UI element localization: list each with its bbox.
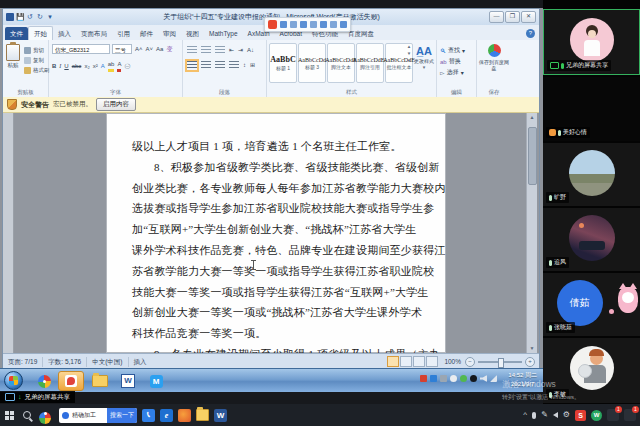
align-left-icon[interactable] [187,61,197,70]
taskbar-word-icon[interactable]: W [116,371,140,391]
tab-review[interactable]: 审阅 [158,27,181,40]
meeting-logo-icon[interactable] [268,20,277,29]
document-page[interactable]: 级以上人才项目 1 项，培育遴选 1 个名班主任工作室。 8、积极参加省级教学类… [106,113,446,353]
taskbar-firefox-icon[interactable] [178,409,191,422]
document-area[interactable]: 级以上人才项目 1 项，培育遴选 1 个名班主任工作室。 8、积极参加省级教学类… [3,113,539,353]
participant-tile[interactable]: 兄弟的屏幕共享 [543,9,640,75]
copy-button[interactable]: 复制 [24,55,50,65]
font-size-box[interactable]: 三号 [112,44,132,54]
underline-button[interactable]: U [64,61,68,71]
search-box-text[interactable]: 精确加工 [72,411,107,420]
change-styles-button[interactable]: A̲A 更改样式 ▾ [413,44,435,70]
tray-volume-icon[interactable] [480,375,487,382]
shrink-font-icon[interactable]: A˅ [146,44,154,54]
line-spacing-icon[interactable]: ↕ [243,60,246,70]
tab-home[interactable]: 开始 [28,26,53,40]
tab-insert[interactable]: 插入 [53,27,76,40]
docs-icon[interactable] [320,21,327,28]
status-language[interactable]: 中文(中国) [87,357,128,367]
tray-app-icon[interactable] [440,375,447,382]
tray-notification-icon[interactable]: 1 [607,409,619,421]
style-heading1[interactable]: AaBbC 标题 1 [269,43,297,83]
paste-button[interactable]: 粘贴 [6,44,20,69]
font-name-box[interactable]: 仿宋_GB2312 [52,44,110,54]
tray-pen-icon[interactable]: ✎ [541,410,548,420]
start-button-icon[interactable] [5,411,14,420]
tray-volume-icon[interactable] [553,412,558,418]
zoom-level[interactable]: 100% [444,358,461,365]
phonetic-guide-icon[interactable]: 变 [166,44,172,54]
participant-tile[interactable]: 美好心情 [543,77,640,141]
zoom-out-icon[interactable]: − [465,357,475,367]
replace-button[interactable]: ab替换 [440,56,465,67]
taskbar-word-icon[interactable]: W [214,409,227,422]
scroll-down-icon[interactable]: ▼ [527,344,537,353]
styles-scroll-icons[interactable]: ▲▼▾ [406,43,412,64]
print-layout-view-icon[interactable] [387,356,399,367]
chat-icon[interactable] [290,21,297,28]
participant-tile[interactable]: 追风 [543,208,640,271]
redo-icon[interactable]: ↻ [36,13,44,21]
borders-icon[interactable]: ⊞ [250,60,255,70]
settings-icon[interactable] [330,21,337,28]
status-page[interactable]: 页面: 7/19 [3,357,43,367]
shared-clock[interactable]: 14:52 周二 2021/9/7 [508,371,537,389]
italic-button[interactable]: I [59,61,61,71]
tray-wps-icon[interactable]: W [591,410,602,421]
taskbar-phone-app-icon[interactable]: 📞︎ [142,409,155,422]
tab-mathtype[interactable]: MathType [204,27,243,40]
decrease-indent-icon[interactable]: ⇤ [229,45,234,55]
taskbar-active-app-icon[interactable] [58,371,84,391]
bold-button[interactable]: B [52,61,56,71]
sort-icon[interactable]: A↓ [247,45,254,55]
record-icon[interactable] [310,21,317,28]
highlight-color-icon[interactable]: ab [108,59,115,72]
find-button[interactable]: 🔍︎查找▾ [440,45,465,56]
justify-icon[interactable] [229,61,239,70]
participant-tile[interactable]: 倩茹 张晓茹 [543,273,640,336]
tab-view[interactable]: 视图 [181,27,204,40]
tray-qq-icon[interactable] [470,375,477,382]
format-painter-button[interactable]: 格式刷 [24,65,50,75]
minimize-button[interactable]: — [489,11,504,23]
tray-app-icon[interactable] [460,375,467,382]
align-center-icon[interactable] [201,61,211,70]
enable-content-button[interactable]: 启用内容 [96,98,136,111]
taskbar-search-icon[interactable] [23,411,31,419]
grow-font-icon[interactable]: A˄ [135,44,143,54]
numbering-icon[interactable] [201,46,211,55]
status-words[interactable]: 字数: 5,176 [43,357,87,367]
fullscreen-view-icon[interactable] [400,356,412,367]
font-color-icon[interactable]: A [117,59,121,72]
superscript-icon[interactable]: x² [93,61,98,71]
taskbar-pinwheel-app-icon[interactable] [32,371,56,391]
taskbar-meeting-app-icon[interactable]: M [144,371,168,391]
save-to-baidu-button[interactable]: 保存到百度网盘 [477,44,511,71]
tray-chevron-icon[interactable]: ^ [523,410,527,420]
text-effects-icon[interactable]: A [101,61,105,71]
tray-sogou-icon[interactable]: S [575,410,586,421]
zoom-slider-thumb[interactable] [498,358,504,368]
tab-references[interactable]: 引用 [112,27,135,40]
select-button[interactable]: ▻选择▾ [440,67,465,78]
taskbar-folder-icon[interactable] [196,409,209,422]
scroll-up-icon[interactable]: ▲ [527,113,537,122]
tray-app-icon[interactable] [430,375,437,382]
bullets-icon[interactable] [187,46,197,55]
style-footnote-ref[interactable]: AaBbCcDdEe 脚注引用 [356,43,384,83]
strikethrough-icon[interactable]: abc [72,61,82,71]
tray-message-icon[interactable]: 1 [624,409,636,421]
zoom-in-icon[interactable]: + [525,357,535,367]
participant-tile[interactable]: 旷野 [543,143,640,206]
members-icon[interactable] [280,21,287,28]
increase-indent-icon[interactable]: ⇥ [238,45,243,55]
tab-mailings[interactable]: 邮件 [135,27,158,40]
taskbar-360-icon[interactable] [39,407,51,424]
web-layout-view-icon[interactable] [413,356,425,367]
tab-file[interactable]: 文件 [5,27,28,40]
tray-network-icon[interactable] [490,375,497,382]
cut-button[interactable]: 剪切 [24,45,50,55]
scrollbar-thumb[interactable] [528,127,537,185]
tray-mic-icon[interactable] [532,412,536,419]
undo-icon[interactable]: ↺ [26,13,34,21]
